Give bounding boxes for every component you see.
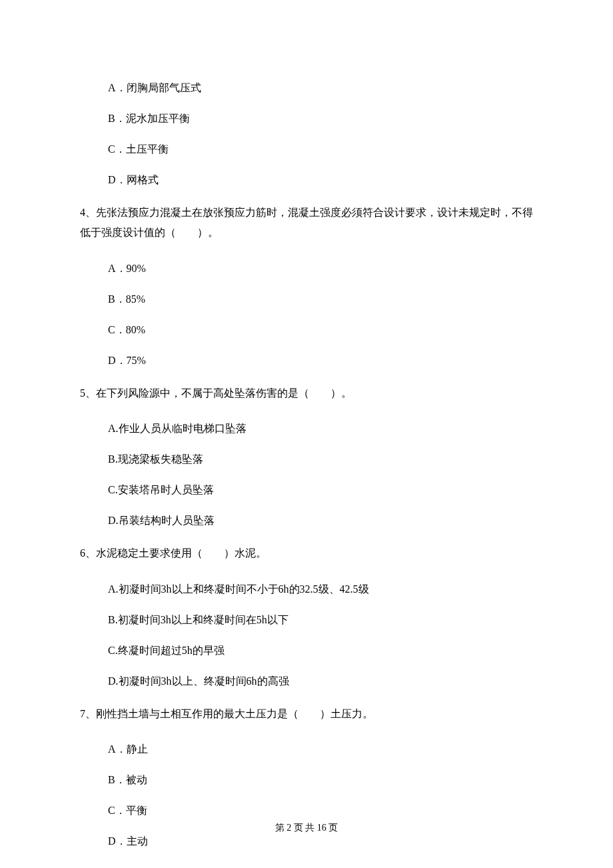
q6-option-c: C.终凝时间超过5h的早强 (108, 643, 533, 659)
question-5-text: 5、在下列风险源中，不属于高处坠落伤害的是（ ）。 (80, 383, 533, 403)
q3-option-b: B．泥水加压平衡 (108, 111, 533, 127)
q3-option-c: C．土压平衡 (108, 141, 533, 157)
q6-option-a: A.初凝时间3h以上和终凝时间不小于6h的32.5级、42.5级 (108, 581, 533, 597)
q5-option-b: B.现浇梁板失稳坠落 (108, 451, 533, 467)
q7-option-a: A．静止 (108, 741, 533, 757)
q7-option-c: C．平衡 (108, 803, 533, 819)
q4-option-d: D．75% (108, 353, 533, 369)
question-4-text: 4、先张法预应力混凝土在放张预应力筋时，混凝土强度必须符合设计要求，设计未规定时… (80, 203, 533, 243)
q4-option-b: B．85% (108, 291, 533, 307)
question-3-options: A．闭胸局部气压式 B．泥水加压平衡 C．土压平衡 D．网格式 (80, 80, 533, 188)
q4-option-c: C．80% (108, 322, 533, 338)
q3-option-d: D．网格式 (108, 172, 533, 188)
q5-option-d: D.吊装结构时人员坠落 (108, 513, 533, 529)
q5-option-c: C.安装塔吊时人员坠落 (108, 482, 533, 498)
q7-option-d: D．主动 (108, 833, 533, 849)
q5-option-a: A.作业人员从临时电梯口坠落 (108, 421, 533, 437)
q7-option-b: B．被动 (108, 772, 533, 788)
q4-option-a: A．90% (108, 261, 533, 277)
page-footer: 第 2 页 共 16 页 (0, 821, 613, 835)
q6-option-b: B.初凝时间3h以上和终凝时间在5h以下 (108, 612, 533, 628)
question-5-options: A.作业人员从临时电梯口坠落 B.现浇梁板失稳坠落 C.安装塔吊时人员坠落 D.… (80, 421, 533, 529)
question-6-text: 6、水泥稳定土要求使用（ ）水泥。 (80, 543, 533, 563)
question-7-text: 7、刚性挡土墙与土相互作用的最大土压力是（ ）土压力。 (80, 704, 533, 724)
q3-option-a: A．闭胸局部气压式 (108, 80, 533, 96)
page: A．闭胸局部气压式 B．泥水加压平衡 C．土压平衡 D．网格式 4、先张法预应力… (0, 0, 613, 868)
q6-option-d: D.初凝时间3h以上、终凝时间6h的高强 (108, 673, 533, 689)
question-4-options: A．90% B．85% C．80% D．75% (80, 261, 533, 369)
question-6-options: A.初凝时间3h以上和终凝时间不小于6h的32.5级、42.5级 B.初凝时间3… (80, 581, 533, 689)
